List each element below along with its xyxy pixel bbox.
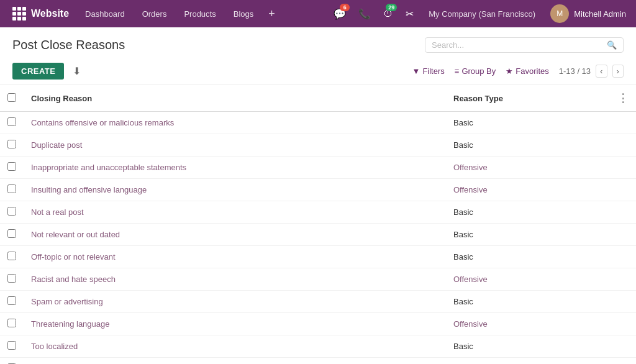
chat-icon-btn[interactable]: 💬 6 xyxy=(329,0,351,27)
row-options xyxy=(610,313,636,335)
table-row: Inappropriate and unacceptable statement… xyxy=(0,157,636,179)
data-table: Closing Reason Reason Type ⋮ Contains of… xyxy=(0,85,636,364)
next-page-button[interactable]: › xyxy=(612,65,624,78)
reason-link[interactable]: Contains offensive or malicious remarks xyxy=(31,118,174,127)
row-reason: Insulting and offensive language xyxy=(24,179,446,201)
table-row: Threatening languageOffensive xyxy=(0,313,636,335)
row-type: Basic xyxy=(446,224,610,246)
row-options xyxy=(610,335,636,358)
reason-link[interactable]: Duplicate post xyxy=(31,140,82,150)
row-type: Basic xyxy=(446,358,610,365)
row-checkbox-cell xyxy=(0,157,24,179)
col-reason-type[interactable]: Reason Type xyxy=(446,85,610,112)
group-by-label: Group By xyxy=(461,66,496,76)
group-by-icon: ≡ xyxy=(455,66,460,76)
row-checkbox-cell xyxy=(0,134,24,157)
row-reason: Not a real post xyxy=(24,201,446,224)
table-body: Contains offensive or malicious remarksB… xyxy=(0,112,636,365)
company-name: My Company (San Francisco) xyxy=(421,9,543,19)
pagination: 1-13 / 13 ‹ › xyxy=(559,65,624,78)
row-checkbox-cell xyxy=(0,246,24,268)
create-button[interactable]: CREATE xyxy=(12,63,64,80)
nav-orders[interactable]: Orders xyxy=(134,0,176,27)
row-reason: Not relevant or out dated xyxy=(24,224,446,246)
row-checkbox-cell xyxy=(0,268,24,291)
group-by-button[interactable]: ≡ Group By xyxy=(455,66,496,76)
col-options: ⋮ xyxy=(610,85,636,112)
reason-link[interactable]: Inappropriate and unacceptable statement… xyxy=(31,163,186,172)
row-checkbox[interactable] xyxy=(7,274,16,283)
table-row: Not a real postBasic xyxy=(0,201,636,224)
row-options xyxy=(610,157,636,179)
favorites-button[interactable]: ★ Favorites xyxy=(506,66,548,76)
nav-dashboard[interactable]: Dashboard xyxy=(76,0,134,27)
phone-icon-btn[interactable]: 📞 xyxy=(353,0,376,27)
row-reason: Too localized xyxy=(24,335,446,358)
table-row: Spam or advertisingBasic xyxy=(0,291,636,313)
row-type: Basic xyxy=(446,246,610,268)
row-type: Basic xyxy=(446,201,610,224)
row-checkbox[interactable] xyxy=(7,252,16,260)
nav-blogs[interactable]: Blogs xyxy=(225,0,263,27)
timer-icon-btn[interactable]: ⏱ 29 xyxy=(378,0,398,27)
row-reason: Contains offensive or malicious remarks xyxy=(24,112,446,134)
chat-badge: 6 xyxy=(340,4,350,11)
select-all-header xyxy=(0,85,24,112)
reason-link[interactable]: Not a real post xyxy=(31,207,84,217)
row-checkbox[interactable] xyxy=(7,341,16,350)
search-icon[interactable]: 🔍 xyxy=(607,40,617,50)
table-row: Too subjective and argumentativeBasic xyxy=(0,358,636,365)
row-type: Basic xyxy=(446,134,610,157)
table-row: Racist and hate speechOffensive xyxy=(0,268,636,291)
reason-link[interactable]: Insulting and offensive language xyxy=(31,185,147,194)
row-options xyxy=(610,224,636,246)
page-header: Post Close Reasons Search... 🔍 xyxy=(0,27,636,58)
row-checkbox[interactable] xyxy=(7,140,16,148)
star-icon: ★ xyxy=(506,66,513,76)
row-options xyxy=(610,134,636,157)
row-checkbox[interactable] xyxy=(7,162,16,171)
row-checkbox[interactable] xyxy=(7,117,16,126)
row-checkbox[interactable] xyxy=(7,184,16,193)
row-checkbox[interactable] xyxy=(7,229,16,238)
reason-link[interactable]: Off-topic or not relevant xyxy=(31,252,116,262)
nav-plus[interactable]: + xyxy=(262,0,281,27)
row-options xyxy=(610,201,636,224)
row-reason: Duplicate post xyxy=(24,134,446,157)
reason-link[interactable]: Racist and hate speech xyxy=(31,275,116,284)
row-type: Offensive xyxy=(446,268,610,291)
row-reason: Too subjective and argumentative xyxy=(24,358,446,365)
row-reason: Racist and hate speech xyxy=(24,268,446,291)
avatar: M xyxy=(550,4,569,23)
row-options xyxy=(610,268,636,291)
search-bar[interactable]: Search... 🔍 xyxy=(425,37,624,53)
filters-button[interactable]: ▼ Filters xyxy=(412,66,445,76)
more-icon[interactable]: ⋮ xyxy=(617,92,629,104)
user-menu[interactable]: M Mitchell Admin xyxy=(545,4,631,23)
prev-page-button[interactable]: ‹ xyxy=(596,65,607,78)
toolbar: CREATE ⬇ ▼ Filters ≡ Group By ★ Favorite… xyxy=(0,58,636,85)
nav-logo[interactable]: Website xyxy=(5,7,76,20)
row-checkbox[interactable] xyxy=(7,296,16,305)
main-content: Post Close Reasons Search... 🔍 CREATE ⬇ … xyxy=(0,27,636,364)
table-row: Duplicate postBasic xyxy=(0,134,636,157)
row-checkbox[interactable] xyxy=(7,319,16,327)
reason-link[interactable]: Not relevant or out dated xyxy=(31,230,120,239)
export-icon-btn[interactable]: ⬇ xyxy=(69,63,84,80)
row-checkbox-cell xyxy=(0,224,24,246)
user-name: Mitchell Admin xyxy=(574,9,626,19)
reason-link[interactable]: Threatening language xyxy=(31,319,110,329)
reason-link[interactable]: Spam or advertising xyxy=(31,297,103,306)
row-checkbox-cell xyxy=(0,201,24,224)
row-reason: Threatening language xyxy=(24,313,446,335)
favorites-label: Favorites xyxy=(516,66,548,76)
nav-products[interactable]: Products xyxy=(175,0,224,27)
row-checkbox[interactable] xyxy=(7,207,16,216)
reason-link[interactable]: Too localized xyxy=(31,342,78,351)
row-options xyxy=(610,291,636,313)
settings-icon-btn[interactable]: ✂ xyxy=(401,0,419,27)
row-checkbox-cell xyxy=(0,112,24,134)
site-name: Website xyxy=(31,8,69,19)
col-closing-reason[interactable]: Closing Reason xyxy=(24,85,446,112)
select-all-checkbox[interactable] xyxy=(7,93,16,102)
